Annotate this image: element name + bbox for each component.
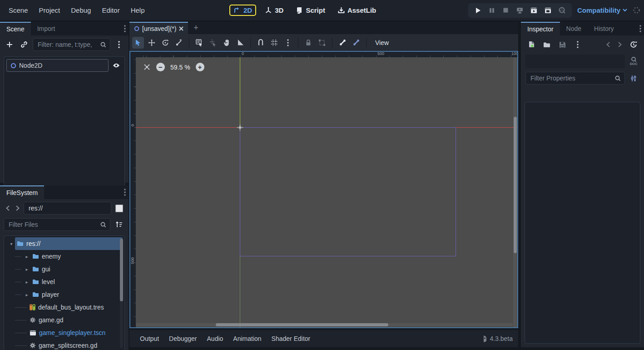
tab-3d[interactable]: 3D	[261, 5, 287, 16]
tree-row-player[interactable]: ▸ player	[4, 288, 124, 301]
nav-back-icon[interactable]	[4, 202, 12, 214]
zoom-percent[interactable]: 59.5 %	[170, 64, 190, 71]
scale-tool-button[interactable]	[173, 37, 185, 49]
expander-down-icon[interactable]: ▾	[9, 241, 14, 246]
scrollbar-thumb[interactable]	[514, 117, 517, 253]
ruler-vertical[interactable]: 0 500	[130, 57, 136, 327]
renderer-selector[interactable]: Compatibility	[577, 6, 627, 14]
tab-scene[interactable]: Scene	[0, 22, 31, 35]
play-remote-button[interactable]	[515, 5, 525, 15]
output-button[interactable]: Output	[136, 333, 163, 345]
version-info[interactable]: 4.3.beta	[481, 335, 513, 342]
scene-tree-node[interactable]: Node2D	[6, 59, 122, 72]
tree-row-bus-layout[interactable]: default_bus_layout.tres	[4, 301, 124, 314]
canvas-vscrollbar[interactable]	[513, 57, 517, 327]
filesystem-options-icon[interactable]	[124, 185, 126, 199]
canvas-hscrollbar[interactable]	[136, 323, 513, 326]
tree-row-enemy[interactable]: ▸ enemy	[4, 250, 124, 263]
resource-options-icon[interactable]	[572, 39, 584, 50]
rotate-tool-button[interactable]	[159, 37, 171, 49]
expander-right-icon[interactable]: ▸	[24, 267, 30, 272]
search-docs-icon[interactable]: DOC	[628, 55, 639, 67]
tree-row-level[interactable]: ▸ level	[4, 275, 124, 288]
toggle-split-mode-button[interactable]	[113, 202, 125, 214]
tab-assetlib[interactable]: AssetLib	[334, 5, 380, 16]
menu-project[interactable]: Project	[35, 5, 64, 16]
filter-files-input[interactable]	[8, 220, 100, 229]
filter-properties-input[interactable]	[530, 74, 615, 82]
sort-files-icon[interactable]	[113, 219, 125, 230]
skeleton-options-button[interactable]	[350, 37, 362, 49]
tree-row-game-gd[interactable]: game.gd	[4, 314, 124, 326]
filesystem-scrollbar[interactable]	[120, 238, 123, 348]
path-field[interactable]: res://	[24, 202, 111, 215]
node-rename-field[interactable]: Node2D	[6, 59, 109, 72]
tree-row-gui[interactable]: ▸ gui	[4, 263, 124, 275]
load-resource-button[interactable]	[541, 39, 553, 50]
ruler-tool-button[interactable]	[234, 37, 246, 49]
movie-maker-button[interactable]	[557, 5, 567, 15]
menu-scene[interactable]: Scene	[5, 5, 32, 16]
center-view-icon[interactable]	[143, 63, 151, 71]
scene-filter-input[interactable]	[37, 40, 100, 49]
audio-button[interactable]: Audio	[203, 333, 228, 345]
pause-button[interactable]	[487, 5, 497, 15]
debugger-button[interactable]: Debugger	[165, 333, 201, 345]
play-custom-scene-button[interactable]	[543, 5, 553, 15]
lock-button[interactable]	[302, 37, 314, 49]
shader-editor-button[interactable]: Shader Editor	[268, 333, 315, 345]
smart-snap-button[interactable]	[255, 37, 267, 49]
tab-import[interactable]: Import	[31, 22, 62, 35]
ruler-horizontal[interactable]: 0 500 1000	[136, 52, 517, 57]
scrollbar-thumb[interactable]	[120, 239, 123, 301]
scrollbar-thumb[interactable]	[216, 323, 388, 326]
zoom-in-button[interactable]: +	[196, 63, 204, 71]
play-button[interactable]	[473, 5, 483, 15]
menu-debug[interactable]: Debug	[67, 5, 95, 16]
pan-tool-button[interactable]	[221, 37, 233, 49]
new-resource-button[interactable]	[525, 39, 537, 50]
tab-filesystem[interactable]: FileSystem	[0, 185, 44, 199]
tab-inspector[interactable]: Inspector	[521, 22, 560, 35]
origin-gizmo[interactable]	[237, 124, 243, 131]
inspector-options-icon[interactable]	[639, 22, 641, 35]
select-tool-button[interactable]	[132, 37, 144, 49]
list-select-button[interactable]	[193, 37, 205, 49]
skeleton-button[interactable]	[337, 37, 348, 49]
canvas-2d[interactable]: − 59.5 % +	[136, 57, 517, 327]
snap-options-icon[interactable]	[282, 37, 294, 49]
expander-right-icon[interactable]: ▸	[24, 292, 30, 297]
grid-snap-button[interactable]	[268, 37, 280, 49]
nav-forward-icon[interactable]	[14, 202, 22, 214]
dock-options-icon[interactable]	[124, 22, 126, 35]
new-scene-tab-button[interactable]: +	[188, 22, 203, 34]
play-scene-button[interactable]	[529, 5, 539, 15]
stop-button[interactable]	[501, 5, 511, 15]
move-tool-button[interactable]	[146, 37, 158, 49]
tab-node[interactable]: Node	[560, 22, 588, 35]
history-back-icon[interactable]	[604, 39, 612, 50]
tree-row-game-singleplayer[interactable]: game_singleplayer.tscn	[4, 326, 124, 339]
menu-help[interactable]: Help	[127, 5, 149, 16]
scene-tree-options-icon[interactable]	[113, 39, 125, 50]
instance-scene-button[interactable]	[18, 39, 30, 50]
view-menu-button[interactable]: View	[371, 37, 393, 48]
close-icon[interactable]	[179, 26, 183, 31]
expander-right-icon[interactable]: ▸	[24, 280, 30, 285]
menu-editor[interactable]: Editor	[98, 5, 124, 16]
group-button[interactable]	[316, 37, 328, 49]
property-tools-icon[interactable]	[628, 72, 639, 84]
visibility-eye-icon[interactable]	[110, 60, 122, 71]
scene-tab-unsaved[interactable]: [unsaved](*)	[129, 22, 188, 34]
tab-2d[interactable]: 2D	[229, 5, 256, 16]
tab-script[interactable]: Script	[292, 5, 329, 16]
tree-row-res[interactable]: ▾ res://	[15, 237, 123, 250]
tab-history[interactable]: History	[588, 22, 620, 35]
pivot-tool-button[interactable]	[207, 37, 219, 49]
expander-right-icon[interactable]: ▸	[24, 254, 30, 259]
zoom-out-button[interactable]: −	[156, 63, 165, 71]
history-forward-icon[interactable]	[616, 39, 624, 50]
animation-button[interactable]: Animation	[229, 333, 265, 345]
tree-row-game-splitscreen[interactable]: game_splitscreen.gd	[4, 339, 124, 350]
object-history-icon[interactable]	[628, 39, 639, 50]
